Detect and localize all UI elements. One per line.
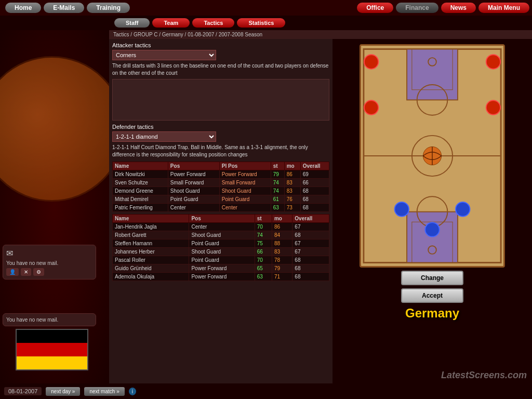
office-button[interactable]: Office	[357, 3, 393, 13]
player-overall: 67	[292, 240, 329, 248]
player-overall: 68	[300, 187, 329, 195]
emails-button[interactable]: E-Mails	[44, 3, 84, 13]
player-overall: 68	[292, 264, 329, 273]
player-name: Sven Schultze	[113, 179, 168, 187]
player-st: 65	[255, 264, 272, 273]
finance-button[interactable]: Finance	[396, 3, 438, 13]
training-button[interactable]: Training	[87, 3, 130, 13]
player-pos: Point Guard	[189, 240, 255, 248]
player-st: 63	[271, 204, 284, 212]
breadcrumb: Tactics / GROUP C / Germany / 01-08-2007…	[109, 30, 532, 39]
table-row[interactable]: Dirk Nowitzki Power Forward Power Forwar…	[113, 170, 329, 179]
player-mo: 83	[272, 248, 292, 256]
col-mo-def: mo	[272, 215, 292, 223]
next-match-button[interactable]: next match »	[84, 387, 124, 396]
player-plpos: Small Forward	[219, 179, 271, 187]
col-name-def: Name	[113, 215, 189, 223]
table-row[interactable]: Ademola Okulaja Power Forward 63 71 68	[113, 273, 329, 281]
attacker-tactics-desc: The drill starts with 3 lines on the bas…	[112, 62, 329, 77]
svg-rect-4	[407, 49, 458, 100]
col-pos-atk: Pos	[168, 162, 219, 170]
table-row[interactable]: Sven Schultze Small Forward Small Forwar…	[113, 179, 329, 187]
table-row[interactable]: Patric Femerling Center Center 63 73 68	[113, 204, 329, 212]
table-row[interactable]: Steffen Hamann Point Guard 75 88 67	[113, 240, 329, 248]
player-overall: 69	[300, 170, 329, 179]
statistics-button[interactable]: Statistics	[237, 18, 285, 28]
news-button[interactable]: News	[441, 3, 476, 13]
col-name-atk: Name	[113, 162, 168, 170]
col-overall-atk: Overall	[300, 162, 329, 170]
player-st: 75	[255, 240, 272, 248]
player-plpos: Power Forward	[219, 170, 271, 179]
table-row[interactable]: Mithat Demirel Point Guard Point Guard 6…	[113, 195, 329, 204]
player-pos: Shoot Guard	[189, 231, 255, 240]
country-label: Germany	[405, 306, 459, 321]
player-pos: Center	[168, 204, 219, 212]
mail-box-2: You have no new mail.	[3, 313, 96, 326]
top-nav-left: Home E-Mails Training	[5, 3, 130, 13]
player-pos: Point Guard	[189, 256, 255, 264]
player-st: 66	[255, 248, 272, 256]
mail-settings-icon[interactable]: ⚙	[33, 268, 44, 276]
player-mo: 79	[272, 264, 292, 273]
flag-yellow-stripe	[17, 356, 87, 369]
attacker-tactics-section: Attacker tactics Corners The drill start…	[112, 42, 329, 121]
player-overall: 67	[292, 248, 329, 256]
player-name: Patric Femerling	[113, 204, 168, 212]
player-pos: Point Guard	[168, 195, 219, 204]
main-menu-button[interactable]: Main Menu	[478, 3, 529, 13]
table-row[interactable]: Johannes Herber Shoot Guard 66 83 67	[113, 248, 329, 256]
home-button[interactable]: Home	[5, 3, 41, 13]
col-pos-def: Pos	[189, 215, 255, 223]
mail-person-icon[interactable]: 👤	[6, 268, 19, 276]
player-pos: Center	[189, 223, 255, 231]
table-row[interactable]: Pascal Roller Point Guard 70 78 68	[113, 256, 329, 264]
info-button[interactable]: i	[129, 388, 136, 395]
defenders-table: Name Pos st mo Overall Jan-Hendrik Jagla…	[112, 214, 329, 281]
player-st: 61	[271, 195, 284, 204]
player-mo: 86	[272, 223, 292, 231]
svg-point-12	[364, 55, 378, 69]
player-mo: 76	[284, 195, 300, 204]
next-day-button[interactable]: next day »	[46, 387, 80, 396]
defender-tactics-label: Defender tactics	[112, 124, 329, 130]
staff-button[interactable]: Staff	[114, 18, 150, 28]
table-row[interactable]: Guido Grünheid Power Forward 65 79 68	[113, 264, 329, 273]
player-pos: Shoot Guard	[168, 187, 219, 195]
table-row[interactable]: Robert Garett Shoot Guard 74 84 68	[113, 231, 329, 240]
tactics-button[interactable]: Tactics	[192, 18, 234, 28]
attacker-tactics-label: Attacker tactics	[112, 42, 329, 48]
col-st-atk: st	[271, 162, 284, 170]
table-row[interactable]: Jan-Hendrik Jagla Center 70 86 67	[113, 223, 329, 231]
defender-tactics-dropdown[interactable]: 1-2-1-1 diamond	[112, 131, 216, 142]
attacker-tactics-select-row: Corners	[112, 50, 329, 60]
change-button[interactable]: Change	[401, 271, 463, 285]
second-nav: Staff Team Tactics Statistics	[0, 16, 532, 30]
attacker-tactics-dropdown[interactable]: Corners	[112, 50, 216, 60]
player-pos: Small Forward	[168, 179, 219, 187]
player-mo: 83	[284, 179, 300, 187]
player-st: 63	[255, 273, 272, 281]
svg-point-19	[395, 202, 409, 216]
top-nav: Home E-Mails Training Office Finance New…	[0, 0, 532, 16]
table-row[interactable]: Demond Greene Shoot Guard Shoot Guard 74…	[113, 187, 329, 195]
player-mo: 83	[284, 187, 300, 195]
player-st: 74	[271, 187, 284, 195]
player-name: Ademola Okulaja	[113, 273, 189, 281]
flag-black-stripe	[17, 330, 87, 343]
player-overall: 68	[300, 195, 329, 204]
sidebar-background: ✉ You have no new mail. 👤 ✕ ⚙ You have n…	[0, 30, 109, 383]
date-label: 08-01-2007	[4, 387, 42, 395]
accept-button[interactable]: Accept	[401, 288, 463, 303]
col-overall-def: Overall	[292, 215, 329, 223]
player-name: Mithat Demirel	[113, 195, 168, 204]
defender-tactics-desc: 1-2-1-1 Half Court Diamond Trap. Ball in…	[112, 144, 329, 158]
left-panel: Attacker tactics Corners The drill start…	[109, 39, 332, 383]
player-overall: 66	[300, 179, 329, 187]
team-button[interactable]: Team	[152, 18, 190, 28]
player-mo: 86	[284, 170, 300, 179]
svg-point-20	[456, 202, 470, 216]
mail-close-icon[interactable]: ✕	[21, 268, 31, 276]
player-name: Jan-Hendrik Jagla	[113, 223, 189, 231]
player-mo: 88	[272, 240, 292, 248]
